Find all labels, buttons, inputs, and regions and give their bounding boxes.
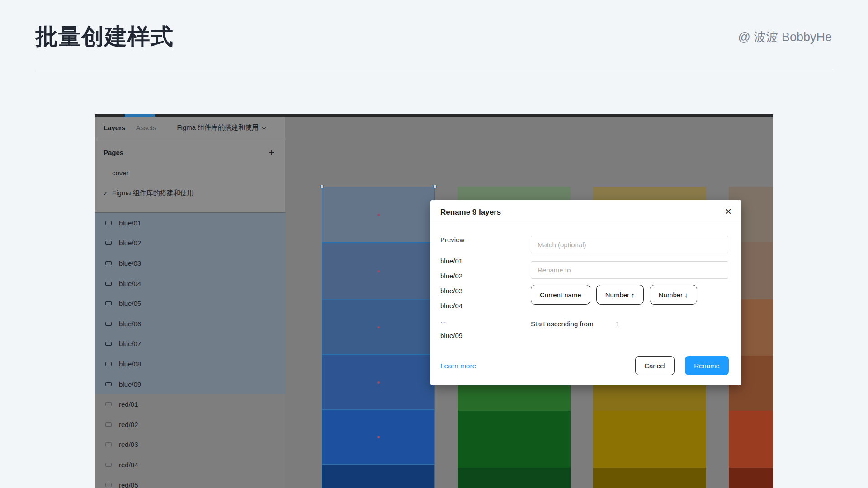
rectangle-layer-icon [105, 261, 112, 265]
color-swatch[interactable] [593, 411, 706, 468]
swatch-center-dot [377, 381, 380, 384]
color-swatch[interactable] [322, 464, 435, 488]
pages-header: Pages [104, 149, 123, 156]
preview-item: blue/09 [440, 328, 462, 343]
rectangle-layer-icon [105, 301, 112, 305]
rename-button[interactable]: Rename [685, 356, 729, 375]
color-swatch[interactable] [458, 187, 571, 200]
layer-row[interactable]: blue/01 [95, 213, 285, 233]
layer-name: blue/06 [119, 320, 141, 328]
rectangle-layer-icon [105, 221, 112, 225]
color-swatch[interactable] [458, 411, 571, 468]
rectangle-layer-icon [105, 342, 112, 346]
number-descending-button[interactable]: Number ↓ [650, 285, 697, 305]
rectangle-layer-icon [105, 463, 112, 467]
page-item[interactable]: cover [95, 163, 285, 183]
layer-row[interactable]: blue/08 [95, 354, 285, 374]
preview-item: ... [440, 313, 462, 328]
pages-list: cover✓Figma 组件库的搭建和使用 [95, 163, 285, 203]
layer-name: blue/08 [119, 360, 141, 368]
rectangle-layer-icon [105, 382, 112, 386]
rectangle-layer-icon [105, 241, 112, 245]
rectangle-layer-icon [105, 422, 112, 427]
add-page-button[interactable]: + [269, 148, 274, 157]
swatch-center-dot [377, 436, 380, 438]
swatch-center-dot [377, 214, 380, 216]
page-title: 批量创建样式 [35, 22, 174, 52]
layer-name: red/01 [119, 400, 138, 408]
color-swatch[interactable] [729, 468, 773, 488]
rename-to-input[interactable] [531, 261, 728, 279]
learn-more-link[interactable]: Learn more [440, 362, 476, 370]
layer-row[interactable]: blue/02 [95, 233, 285, 253]
layer-row[interactable]: blue/03 [95, 253, 285, 273]
layer-name: red/02 [119, 421, 138, 428]
tab-layers[interactable]: Layers [104, 124, 125, 131]
rectangle-layer-icon [105, 483, 112, 487]
pages-section: Pages + cover✓Figma 组件库的搭建和使用 [95, 139, 285, 213]
author: @ 波波 BobbyHe [738, 29, 832, 45]
layer-row[interactable]: red/03 [95, 435, 285, 455]
token-button-row: Current nameNumber ↑Number ↓ [531, 285, 697, 305]
rectangle-layer-icon [105, 402, 112, 406]
close-icon[interactable]: × [725, 205, 731, 218]
selection-handle[interactable] [320, 185, 324, 188]
layer-row[interactable]: red/01 [95, 394, 285, 414]
cancel-button[interactable]: Cancel [635, 356, 675, 375]
preview-list: blue/01blue/02blue/03blue/04...blue/09 [440, 253, 462, 343]
page-item-label: Figma 组件库的搭建和使用 [112, 189, 194, 197]
preview-item: blue/02 [440, 268, 462, 283]
rectangle-layer-icon [105, 282, 112, 286]
layer-row[interactable]: red/04 [95, 455, 285, 475]
check-icon: ✓ [99, 190, 112, 197]
layer-row[interactable]: blue/07 [95, 334, 285, 354]
layer-name: blue/01 [119, 219, 141, 227]
rectangle-layer-icon [105, 322, 112, 326]
preview-label: Preview [440, 236, 464, 244]
color-swatch[interactable] [593, 468, 706, 488]
tab-assets[interactable]: Assets [136, 124, 156, 131]
layer-row[interactable]: red/02 [95, 414, 285, 435]
layer-name: red/03 [119, 441, 138, 448]
layer-list: blue/01blue/02blue/03blue/04blue/05blue/… [95, 213, 285, 488]
dialog-title: Rename 9 layers [440, 208, 501, 217]
dialog-header: Rename 9 layers × [430, 200, 741, 224]
swatch-center-dot [377, 270, 380, 272]
current-name-button[interactable]: Current name [531, 285, 590, 305]
preview-item: blue/01 [440, 253, 462, 268]
color-swatch[interactable] [458, 385, 571, 411]
color-swatch[interactable] [593, 385, 706, 411]
rename-dialog: Rename 9 layers × Preview blue/01blue/02… [430, 200, 741, 385]
color-swatch[interactable] [729, 411, 773, 468]
library-dropdown-label: Figma 组件库的搭建和使用 [177, 123, 259, 132]
preview-item: blue/03 [440, 283, 462, 298]
panel-tabs: Layers Assets Figma 组件库的搭建和使用 [95, 117, 285, 139]
layer-row[interactable]: blue/05 [95, 293, 285, 314]
layer-row[interactable]: red/05 [95, 475, 285, 488]
header-divider [35, 71, 833, 71]
preview-item: blue/04 [440, 298, 462, 313]
layer-name: blue/09 [119, 380, 141, 388]
layer-name: red/04 [119, 461, 138, 469]
layer-name: blue/03 [119, 259, 141, 267]
chevron-down-icon [262, 124, 267, 129]
start-ascending-value[interactable]: 1 [616, 320, 619, 328]
match-input[interactable] [531, 236, 728, 253]
layer-name: blue/05 [119, 300, 141, 307]
layers-panel: Layers Assets Figma 组件库的搭建和使用 Pages + co… [95, 117, 285, 488]
number-ascending-button[interactable]: Number ↑ [596, 285, 644, 305]
start-ascending-label: Start ascending from [531, 320, 593, 328]
layer-name: blue/02 [119, 239, 141, 247]
rectangle-layer-icon [105, 362, 112, 366]
layer-row[interactable]: blue/09 [95, 374, 285, 394]
color-swatch[interactable] [458, 468, 571, 488]
library-dropdown[interactable]: Figma 组件库的搭建和使用 [177, 123, 266, 132]
color-swatch[interactable] [593, 187, 706, 200]
layer-name: blue/07 [119, 340, 141, 347]
selection-handle[interactable] [433, 185, 437, 188]
rectangle-layer-icon [105, 442, 112, 446]
page-item[interactable]: ✓Figma 组件库的搭建和使用 [95, 183, 285, 203]
layer-row[interactable]: blue/06 [95, 314, 285, 334]
layer-name: blue/04 [119, 280, 141, 287]
layer-row[interactable]: blue/04 [95, 273, 285, 294]
